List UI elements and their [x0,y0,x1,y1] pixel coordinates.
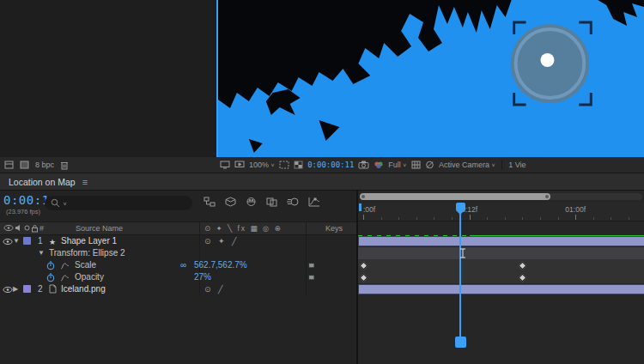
next-keyframe-button[interactable]: ▶ [309,259,313,271]
timeline-track-area[interactable]: :00f0:12f01:00f [356,191,644,364]
comp-flowchart-icon[interactable] [204,197,216,207]
resolution-dropdown[interactable]: Full ∨ [388,161,407,169]
property-row-scale[interactable]: Scale ∞ 562.7,562.7% ◀ ◆ ▶ [0,259,356,271]
expand-arrow-icon[interactable]: ▶ [13,283,18,295]
ruler-tick [381,217,382,220]
link-dimensions-icon[interactable]: ∞ [180,259,186,271]
layer-row-shape-layer-1[interactable]: ▼ 1 ★ Shape Layer 1 ⊙ ✦ ╱ [0,235,356,247]
graph-toggle-icon[interactable] [60,262,70,270]
list-view-icon[interactable] [20,161,29,169]
ruler-tick [611,217,611,220]
layer-number-header[interactable]: # [39,224,44,233]
camera-dropdown[interactable]: Active Camera ∨ [439,161,495,169]
view-layout-dropdown[interactable]: 1 Vie [508,161,526,169]
composition-viewer[interactable] [216,0,644,157]
project-panel[interactable] [0,0,216,157]
panel-menu-icon[interactable]: ≡ [82,177,88,187]
ruler-tick [505,217,506,220]
opacity-value[interactable]: 27% [194,271,211,283]
ruler-tick [522,217,523,220]
motion-blur-icon[interactable] [287,197,299,207]
frame-blend-icon[interactable] [266,197,277,207]
group-name[interactable]: Transform: Ellipse 2 [49,247,125,259]
chevron-down-icon: ∨ [491,162,495,167]
layer-name[interactable]: Shape Layer 1 [61,235,117,247]
ruler-tick [398,217,399,220]
channels-icon[interactable] [374,161,384,169]
resolution-value: Full [388,161,401,169]
timeline-tab-bar: Location on Map ≡ [0,173,644,191]
eye-icon[interactable] [3,238,13,246]
current-time-indicator-foot[interactable] [455,337,466,348]
ruler-tick [487,217,488,220]
time-ruler[interactable]: :00f0:12f01:00f [358,203,644,221]
scale-track-band [358,259,644,271]
footage-file-icon [49,284,57,294]
roi-icon[interactable] [279,161,289,169]
zoom-dropdown[interactable]: 100% ∨ [249,161,275,169]
property-name[interactable]: Opacity [75,271,104,283]
eye-icon[interactable] [3,286,13,294]
expand-arrow-icon[interactable]: ▼ [13,235,20,247]
source-name-header[interactable]: Source Name [76,224,123,233]
zoom-value: 100% [249,161,269,169]
trash-icon[interactable] [60,161,69,170]
chevron-down-icon: ∨ [403,162,407,167]
layer-number: 1 [38,235,43,247]
timeline-toolbar [204,197,320,207]
ruler-tick [363,215,364,220]
panel-option-icon[interactable] [4,161,14,169]
camera-value: Active Camera [439,161,489,169]
current-time-indicator-line[interactable] [459,211,461,338]
layer-switches[interactable]: ⊙ ╱ [204,283,225,295]
layer-rows: ▼ 1 ★ Shape Layer 1 ⊙ ✦ ╱ ▼ Transform: E… [0,235,356,295]
expand-arrow-icon[interactable]: ▼ [38,247,45,259]
time-navigator-bar[interactable] [360,193,550,200]
property-name[interactable]: Scale [75,259,96,271]
layer-duration-bar-shape-layer-1[interactable] [358,236,644,246]
mask-visibility-icon[interactable] [425,161,434,169]
property-row-opacity[interactable]: Opacity 27% ◀ ◆ ▶ [0,271,356,283]
ruler-tick [558,217,559,220]
ruler-tick [434,217,434,220]
map-canvas [218,0,644,157]
ruler-tick [452,217,453,220]
label-color-swatch[interactable] [23,285,31,293]
group-row-transform-ellipse-2[interactable]: ▼ Transform: Ellipse 2 [0,247,356,259]
preview-timecode[interactable]: 0:00:00:11 [307,161,354,169]
graph-editor-icon[interactable] [308,197,320,207]
label-color-swatch[interactable] [23,237,31,245]
work-area-start-marker[interactable] [359,203,361,211]
search-input[interactable]: ∨ [45,196,192,210]
view-layout-value: 1 Vie [508,161,526,169]
always-preview-icon[interactable] [220,161,230,169]
text-cursor [459,248,466,258]
layer-switches[interactable]: ⊙ ✦ ╱ [204,235,240,247]
group-track-band [358,247,644,259]
main-viewer-icon[interactable] [234,161,245,169]
transparency-grid-icon[interactable] [294,161,303,169]
grid-guides-icon[interactable] [411,161,421,169]
ruler-label: :00f [363,205,375,214]
stopwatch-icon[interactable] [46,261,55,270]
next-keyframe-button[interactable]: ▶ [309,271,313,283]
ruler-tick [593,217,594,220]
toolbar-divider [501,160,502,170]
scale-value[interactable]: 562.7,562.7% [194,259,247,271]
opacity-track-band [358,271,644,283]
spotlight-dot [540,53,554,67]
stopwatch-icon[interactable] [46,273,55,282]
layer-duration-bar-iceland-png[interactable] [358,284,644,294]
layer-name[interactable]: Iceland.png [61,283,106,295]
tab-location-on-map[interactable]: Location on Map [9,177,76,187]
current-time-indicator-head[interactable] [456,203,465,211]
snapshot-camera-icon[interactable] [358,161,369,169]
layer-row-iceland-png[interactable]: ▶ 2 Iceland.png ⊙ ╱ [0,283,356,295]
shy-icon[interactable] [246,197,257,207]
draft-3d-icon[interactable] [225,197,236,207]
ruler-label: 01:00f [565,205,586,214]
bit-depth-button[interactable]: 8 bpc [35,161,54,169]
graph-toggle-icon[interactable] [60,274,70,282]
ruler-tick [629,217,629,220]
ruler-tick [416,217,417,220]
